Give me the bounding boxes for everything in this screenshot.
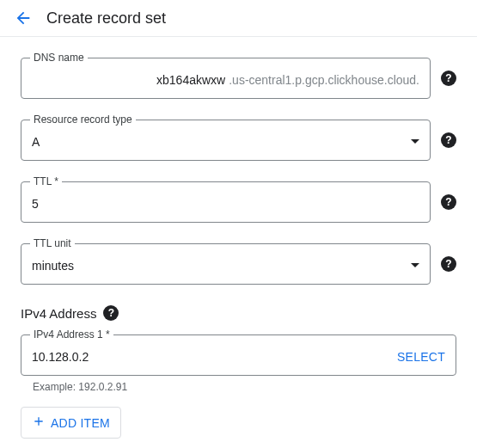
help-icon[interactable]: ?: [441, 132, 456, 148]
page-title: Create record set: [46, 9, 166, 28]
ttl-label: TTL *: [30, 175, 62, 187]
dns-name-label: DNS name: [30, 52, 88, 64]
add-item-button[interactable]: ADD ITEM: [21, 407, 121, 439]
ipv4-address-label: IPv4 Address 1 *: [30, 328, 113, 341]
record-type-value: A: [32, 135, 40, 149]
chevron-down-icon: [411, 263, 419, 268]
ttl-unit-label: TTL unit: [30, 237, 75, 249]
plus-icon: [32, 414, 46, 431]
help-icon[interactable]: ?: [441, 71, 456, 86]
ttl-unit-value: minutes: [32, 259, 74, 273]
dns-name-suffix: .us-central1.p.gcp.clickhouse.cloud.: [229, 73, 419, 87]
add-item-label: ADD ITEM: [51, 416, 110, 430]
ttl-unit-select[interactable]: TTL unit minutes: [21, 243, 431, 285]
record-type-select[interactable]: Resource record type A: [21, 120, 431, 161]
ttl-field[interactable]: TTL *: [21, 181, 431, 223]
dns-name-value: xb164akwxw: [156, 73, 225, 87]
help-icon[interactable]: ?: [441, 194, 456, 210]
ipv4-hint: Example: 192.0.2.91: [33, 381, 456, 393]
dns-name-field[interactable]: DNS name xb164akwxw .us-central1.p.gcp.c…: [21, 58, 431, 99]
record-type-label: Resource record type: [30, 114, 136, 126]
ttl-input[interactable]: [32, 197, 419, 211]
help-icon[interactable]: ?: [103, 305, 119, 321]
back-arrow-icon[interactable]: [14, 9, 33, 28]
select-button[interactable]: SELECT: [397, 350, 445, 364]
chevron-down-icon: [411, 139, 419, 144]
ipv4-section-title: IPv4 Address: [21, 306, 96, 321]
ipv4-address-input[interactable]: [32, 350, 397, 364]
ipv4-address-field[interactable]: IPv4 Address 1 * SELECT: [21, 334, 456, 376]
help-icon[interactable]: ?: [441, 256, 456, 272]
